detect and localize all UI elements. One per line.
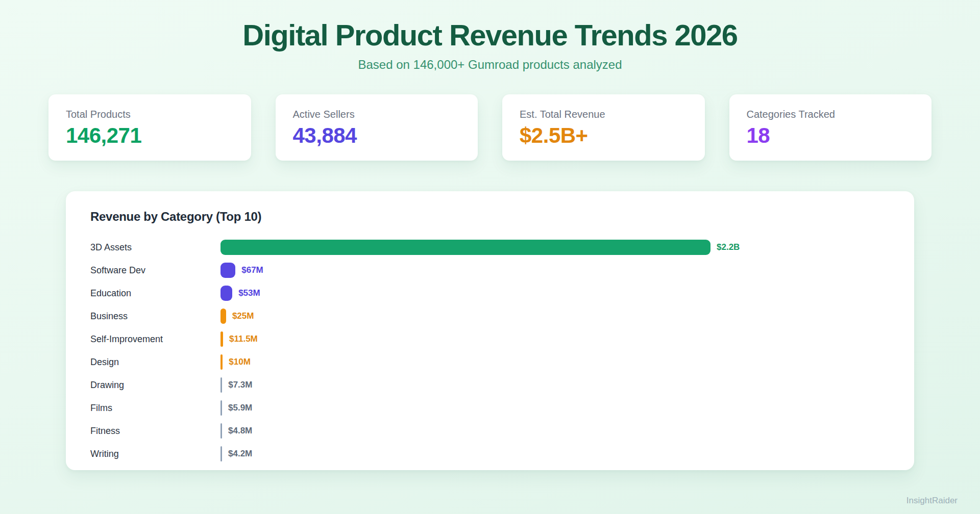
category-label: Business (90, 311, 220, 322)
chart-row: Drawing $7.3M (90, 374, 890, 397)
bar-value-label: $53M (238, 288, 260, 298)
bar (220, 309, 226, 324)
chart-rows: 3D Assets $2.2B Software Dev $67M Educat… (90, 236, 890, 466)
bar-value-label: $4.2M (228, 449, 252, 459)
bar-zone: $2.2B (220, 240, 890, 255)
category-label: 3D Assets (90, 242, 220, 253)
category-label: Self-Improvement (90, 334, 220, 345)
bar-value-label: $25M (232, 311, 254, 321)
watermark: InsightRaider (906, 496, 958, 506)
chart-row: Writing $4.2M (90, 443, 890, 466)
category-label: Design (90, 357, 220, 368)
stat-value: 146,271 (66, 123, 234, 148)
category-label: Films (90, 403, 220, 414)
stat-label: Est. Total Revenue (520, 109, 688, 120)
page-title: Digital Product Revenue Trends 2026 (0, 18, 980, 53)
category-label: Software Dev (90, 265, 220, 276)
bar-zone: $53M (220, 286, 890, 301)
bar-zone: $4.2M (220, 446, 890, 461)
bar (220, 400, 222, 416)
stat-card: Total Products 146,271 (48, 94, 251, 161)
category-label: Education (90, 288, 220, 299)
bar-value-label: $67M (241, 265, 263, 275)
bar (220, 286, 232, 301)
chart-title: Revenue by Category (Top 10) (90, 210, 890, 224)
stat-label: Active Sellers (293, 109, 461, 120)
stat-label: Total Products (66, 109, 234, 120)
bar-zone: $10M (220, 354, 890, 370)
stat-card: Active Sellers 43,884 (276, 94, 478, 161)
bar-value-label: $4.8M (228, 426, 252, 436)
page-subtitle: Based on 146,000+ Gumroad products analy… (0, 58, 980, 72)
stat-card: Categories Tracked 18 (729, 94, 932, 161)
bar-zone: $67M (220, 263, 890, 278)
chart-row: Self-Improvement $11.5M (90, 328, 890, 351)
chart-row: Business $25M (90, 305, 890, 328)
bar-value-label: $7.3M (228, 380, 252, 390)
chart-row: Education $53M (90, 282, 890, 305)
bar-zone: $5.9M (220, 400, 890, 416)
stat-value: $2.5B+ (520, 123, 688, 148)
category-label: Writing (90, 449, 220, 459)
bar-value-label: $11.5M (229, 334, 258, 344)
bar (220, 377, 222, 393)
bar-zone: $11.5M (220, 331, 890, 347)
bar-value-label: $2.2B (717, 242, 740, 252)
chart-row: Design $10M (90, 351, 890, 374)
stat-label: Categories Tracked (747, 109, 915, 120)
stat-card: Est. Total Revenue $2.5B+ (502, 94, 705, 161)
bar-zone: $4.8M (220, 423, 890, 439)
stat-value: 43,884 (293, 123, 461, 148)
stats-row: Total Products 146,271 Active Sellers 43… (48, 94, 932, 161)
bar-zone: $25M (220, 309, 890, 324)
bar (220, 263, 235, 278)
page-header: Digital Product Revenue Trends 2026 Base… (0, 0, 980, 72)
bar (220, 446, 222, 461)
stat-value: 18 (747, 123, 915, 148)
bar (220, 423, 222, 439)
chart-row: 3D Assets $2.2B (90, 236, 890, 259)
bar-value-label: $10M (229, 357, 251, 367)
bar (220, 331, 223, 347)
bar (220, 240, 710, 255)
page-background: Digital Product Revenue Trends 2026 Base… (0, 0, 980, 470)
chart-card: Revenue by Category (Top 10) 3D Assets $… (66, 191, 914, 470)
bar (220, 354, 223, 370)
bar-value-label: $5.9M (228, 403, 252, 413)
chart-row: Fitness $4.8M (90, 420, 890, 443)
bar-zone: $7.3M (220, 377, 890, 393)
category-label: Fitness (90, 426, 220, 436)
chart-row: Films $5.9M (90, 397, 890, 420)
category-label: Drawing (90, 380, 220, 391)
chart-row: Software Dev $67M (90, 259, 890, 282)
